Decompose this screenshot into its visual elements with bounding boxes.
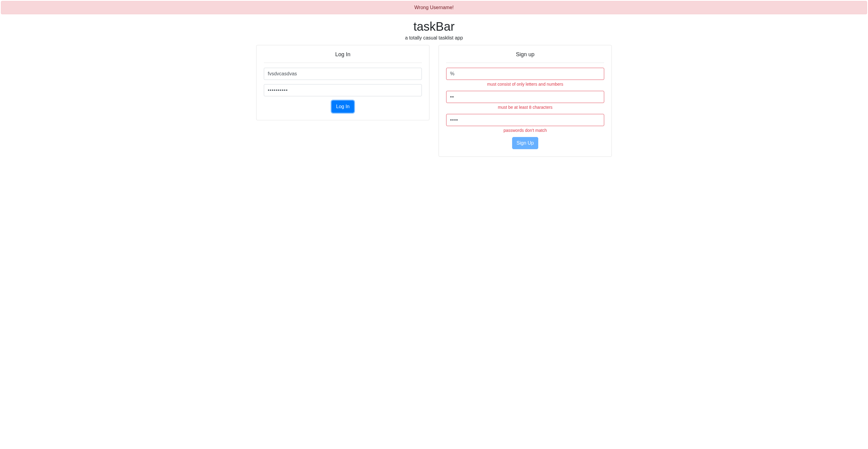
app-subtitle: a totally casual tasklist app bbox=[256, 35, 612, 41]
login-password-input[interactable] bbox=[264, 84, 422, 96]
signup-password-error: must be at least 8 characters bbox=[446, 105, 604, 110]
alert-message: Wrong Username! bbox=[414, 5, 454, 10]
login-card: Log In Log In bbox=[256, 45, 429, 120]
signup-button[interactable]: Sign Up bbox=[512, 137, 538, 149]
login-username-input[interactable] bbox=[264, 68, 422, 80]
app-title: taskBar bbox=[256, 20, 612, 33]
signup-username-error: must consist of only letters and numbers bbox=[446, 82, 604, 87]
login-button[interactable]: Log In bbox=[332, 101, 354, 113]
signup-card: Sign up must consist of only letters and… bbox=[439, 45, 612, 157]
signup-username-input[interactable] bbox=[446, 68, 604, 80]
login-divider bbox=[264, 63, 422, 63]
app-header: taskBar a totally casual tasklist app bbox=[256, 20, 612, 41]
error-alert: Wrong Username! bbox=[1, 1, 867, 14]
signup-divider bbox=[446, 63, 604, 63]
signup-confirm-error: passwords don't match bbox=[446, 128, 604, 133]
signup-confirm-password-input[interactable] bbox=[446, 114, 604, 126]
signup-title: Sign up bbox=[446, 51, 604, 58]
login-title: Log In bbox=[264, 51, 422, 58]
signup-password-input[interactable] bbox=[446, 91, 604, 103]
